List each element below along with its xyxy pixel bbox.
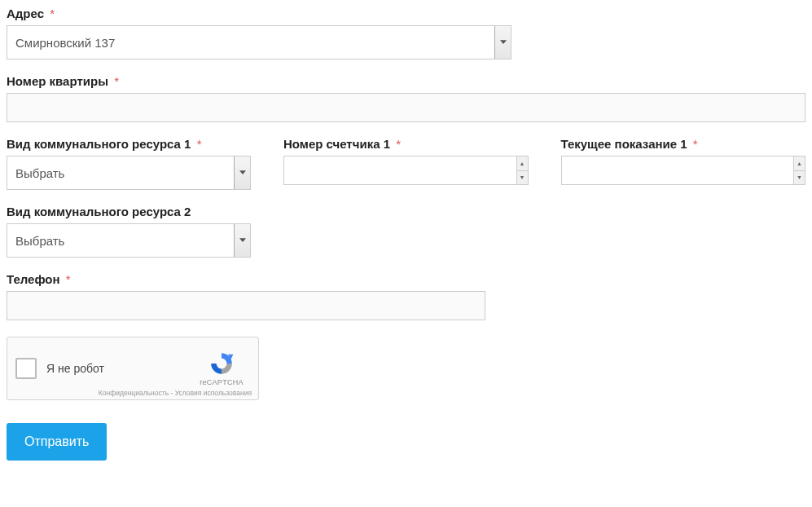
resource2-type-select[interactable]: Выбрать xyxy=(7,223,251,258)
required-mark: * xyxy=(396,137,401,151)
reading1-label-text: Текущее показание 1 xyxy=(561,137,687,151)
address-select-value: Смирновский 137 xyxy=(7,25,511,60)
phone-label: Телефон * xyxy=(7,272,805,286)
chevron-down-icon[interactable] xyxy=(494,26,511,59)
address-label-text: Адрес xyxy=(7,7,44,20)
meter1-label-text: Номер счетчика 1 xyxy=(283,137,390,151)
spinner-up-icon[interactable]: ▲ xyxy=(793,157,805,171)
spinner-down-icon[interactable]: ▼ xyxy=(793,171,805,185)
reading1-input[interactable] xyxy=(561,156,806,185)
chevron-down-icon[interactable] xyxy=(234,224,250,257)
recaptcha-checkbox[interactable] xyxy=(15,358,37,379)
resource1-type-value: Выбрать xyxy=(7,156,251,190)
recaptcha-icon xyxy=(208,350,235,377)
resource1-type-select[interactable]: Выбрать xyxy=(7,156,251,190)
meter1-input[interactable] xyxy=(283,156,529,185)
reading1-label: Текущее показание 1 * xyxy=(561,137,806,151)
spinner-down-icon[interactable]: ▼ xyxy=(516,171,528,185)
reading1-spinner[interactable]: ▲ ▼ xyxy=(793,157,805,184)
required-mark: * xyxy=(66,272,71,286)
recaptcha-branding: reCAPTCHA xyxy=(193,350,250,386)
chevron-down-icon[interactable] xyxy=(234,157,250,189)
spinner-up-icon[interactable]: ▲ xyxy=(516,157,528,171)
required-mark: * xyxy=(114,74,119,88)
meter1-spinner[interactable]: ▲ ▼ xyxy=(516,157,528,184)
apartment-label: Номер квартиры * xyxy=(7,74,805,88)
resource1-type-label-text: Вид коммунального ресурса 1 xyxy=(7,137,191,151)
meter1-label: Номер счетчика 1 * xyxy=(283,137,529,151)
address-select[interactable]: Смирновский 137 xyxy=(7,25,511,60)
submit-button[interactable]: Отправить xyxy=(7,423,107,461)
resource2-type-label: Вид коммунального ресурса 2 xyxy=(7,205,805,218)
required-mark: * xyxy=(50,7,55,20)
recaptcha-legal: Конфиденциальность - Условия использован… xyxy=(99,389,252,397)
recaptcha-privacy-link[interactable]: Конфиденциальность xyxy=(99,389,169,397)
phone-input[interactable] xyxy=(7,291,485,320)
phone-label-text: Телефон xyxy=(7,272,60,286)
address-label: Адрес * xyxy=(7,7,805,20)
recaptcha-brand-text: reCAPTCHA xyxy=(200,378,244,386)
required-mark: * xyxy=(197,137,202,151)
recaptcha-terms-link[interactable]: Условия использования xyxy=(175,389,252,397)
apartment-input[interactable] xyxy=(7,93,805,122)
apartment-label-text: Номер квартиры xyxy=(7,74,108,88)
recaptcha-widget[interactable]: Я не робот reCAPTCHA Конфиденциальность … xyxy=(7,337,259,400)
required-mark: * xyxy=(693,137,698,151)
resource1-type-label: Вид коммунального ресурса 1 * xyxy=(7,137,251,151)
resource2-type-label-text: Вид коммунального ресурса 2 xyxy=(7,205,191,218)
resource2-type-value: Выбрать xyxy=(7,223,251,258)
recaptcha-label: Я не робот xyxy=(46,362,193,375)
